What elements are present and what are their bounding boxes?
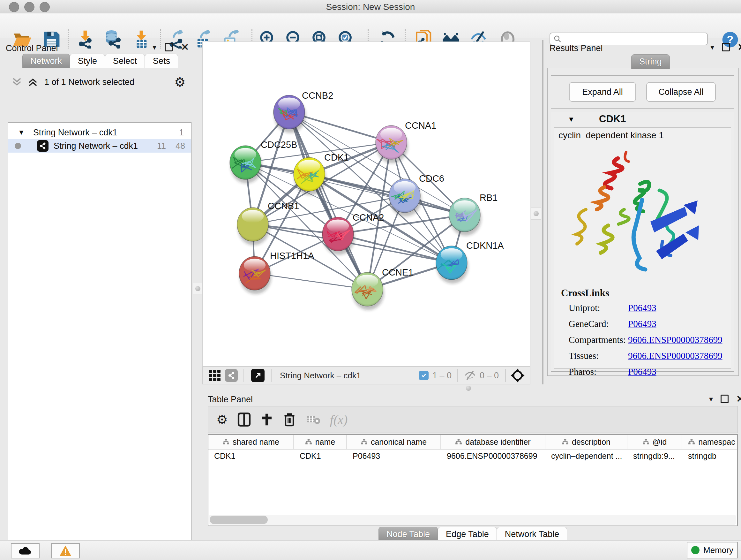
table-cell[interactable]: cyclin–dependent ...: [545, 449, 627, 462]
table-panel-maximize-icon[interactable]: [721, 395, 729, 403]
node-label-CCNA2: CCNA2: [353, 212, 384, 223]
grid-view-icon[interactable]: [209, 370, 220, 381]
column-header[interactable]: database identifier: [441, 435, 545, 449]
network-collection-row[interactable]: ▼ String Network – cdk1 1: [8, 126, 191, 139]
delete-column-icon[interactable]: [283, 412, 295, 427]
control-panel-tabs: NetworkStyleSelectSets: [22, 54, 178, 68]
node-table-body: CDK1CDK1P064939606.ENSP00000378699cyclin…: [208, 449, 737, 462]
expand-all-button[interactable]: Expand All: [569, 82, 636, 102]
column-header[interactable]: description: [545, 435, 627, 449]
crosslink-link[interactable]: 9606.ENSP00000378699: [628, 351, 723, 361]
network-node-CDK1[interactable]: [293, 158, 326, 195]
memory-status-dot-icon: [691, 546, 699, 554]
control-panel-maximize-icon[interactable]: [165, 43, 173, 51]
crosslink-link[interactable]: P06493: [628, 303, 657, 313]
collapse-all-button[interactable]: Collapse All: [646, 82, 716, 102]
tab-sets[interactable]: Sets: [145, 54, 178, 68]
network-node-CCNB1[interactable]: [237, 207, 269, 245]
left-splitter-handle[interactable]: [193, 283, 203, 294]
node-label-HIST1H1A: HIST1H1A: [270, 251, 314, 261]
column-header[interactable]: shared name: [208, 435, 294, 449]
control-panel-close-icon[interactable]: ✕: [181, 44, 189, 51]
add-column-icon[interactable]: [260, 413, 273, 427]
status-bar: Memory: [0, 540, 741, 560]
results-panel-float-icon[interactable]: ▾: [711, 44, 714, 51]
network-row[interactable]: String Network – cdk1 11 48: [8, 139, 191, 152]
crosslink-label: Tissues:: [569, 351, 628, 361]
crosslinks-title: CrossLinks: [561, 287, 609, 299]
table-cell[interactable]: P06493: [347, 449, 441, 462]
pan-crosshair-icon[interactable]: [510, 368, 525, 383]
results-panel-close-icon[interactable]: ✕: [738, 44, 741, 51]
node-table[interactable]: shared namenamecanonical namedatabase id…: [208, 434, 738, 526]
table-scrollbar-thumb[interactable]: [210, 516, 268, 524]
table-horizontal-scrollbar[interactable]: [209, 515, 736, 525]
delete-table-icon: [307, 414, 320, 425]
table-panel-title: Table Panel: [208, 395, 253, 405]
string-network-icon: [37, 140, 49, 152]
string-view-icon[interactable]: [225, 369, 238, 382]
tab-network[interactable]: Network: [22, 54, 70, 68]
tab-string[interactable]: String: [631, 54, 670, 69]
column-header[interactable]: canonical name: [347, 435, 441, 449]
crosslink-row: Pharos:P06493: [569, 367, 727, 377]
column-header[interactable]: namespac: [682, 435, 738, 449]
tab-network-table[interactable]: Network Table: [497, 527, 567, 542]
show-columns-icon[interactable]: [238, 412, 251, 427]
tab-style[interactable]: Style: [70, 54, 105, 68]
table-cell[interactable]: CDK1: [208, 449, 294, 462]
cytoscape-window: Session: New Session ? Control P: [0, 0, 741, 560]
table-cell[interactable]: CDK1: [294, 449, 347, 462]
network-canvas[interactable]: CCNB2CCNA1CDC25BCDK1CDC6RB1CCNB1CCNA2CDK…: [202, 42, 530, 367]
network-options-gear-icon[interactable]: ⚙: [174, 75, 186, 89]
network-node-CCNE1[interactable]: [352, 272, 384, 310]
network-node-RB1[interactable]: [449, 198, 481, 236]
network-node-CCNB2[interactable]: [273, 95, 306, 133]
table-panel-float-icon[interactable]: ▾: [709, 396, 713, 402]
crosslink-label: GeneCard:: [569, 319, 628, 329]
tab-node-table[interactable]: Node Table: [379, 527, 438, 542]
protein-collapse-icon[interactable]: ▼: [568, 115, 575, 124]
network-node-CDC25B[interactable]: [230, 145, 262, 183]
crosslink-label: Compartments:: [569, 334, 628, 345]
network-node-CCNA2[interactable]: [322, 217, 354, 255]
node-label-CCNE1: CCNE1: [382, 267, 413, 277]
column-type-icon: [455, 438, 462, 445]
node-label-CCNA1: CCNA1: [405, 120, 436, 131]
warning-button[interactable]: [51, 543, 80, 558]
crosslink-link[interactable]: 9606.ENSP00000378699: [628, 334, 723, 345]
crosslink-link[interactable]: P06493: [628, 319, 657, 329]
network-node-CDKN1A[interactable]: [436, 246, 468, 284]
table-cell[interactable]: 9606.ENSP00000378699: [441, 449, 545, 462]
results-panel: Results Panel ▾ ✕ String Expand All Coll…: [544, 38, 741, 391]
table-cell[interactable]: stringdb:9...: [627, 449, 682, 462]
column-header[interactable]: name: [294, 435, 347, 449]
table-row[interactable]: CDK1CDK1P064939606.ENSP00000378699cyclin…: [208, 449, 737, 462]
memory-button[interactable]: Memory: [687, 542, 738, 558]
tab-select[interactable]: Select: [105, 54, 145, 68]
selected-checkbox-icon[interactable]: [419, 371, 428, 380]
network-node-HIST1H1A[interactable]: [239, 256, 271, 294]
results-panel-maximize-icon[interactable]: [722, 43, 730, 51]
footer-separator: [505, 369, 506, 382]
column-header[interactable]: @id: [627, 435, 682, 449]
birds-eye-view-icon[interactable]: [251, 369, 265, 382]
warning-icon: [59, 545, 72, 557]
bottom-splitter-handle[interactable]: [466, 386, 471, 391]
crosslink-link[interactable]: P06493: [628, 367, 657, 377]
network-list: ▼ String Network – cdk1 1 String Network…: [8, 122, 192, 560]
right-splitter-handle[interactable]: [531, 207, 541, 220]
control-panel-float-icon[interactable]: ▾: [152, 44, 156, 51]
protein-structure-image: [567, 145, 717, 280]
table-toolbar: ⚙ f(x): [208, 406, 738, 433]
node-label-CDC25B: CDC25B: [261, 139, 297, 150]
collection-expand-icon[interactable]: ▼: [18, 128, 25, 137]
cloud-button[interactable]: [11, 543, 40, 558]
table-cell[interactable]: stringdb: [682, 449, 738, 462]
tab-edge-table[interactable]: Edge Table: [438, 527, 497, 542]
network-node-CDC6[interactable]: [389, 179, 421, 216]
results-splitter[interactable]: [542, 40, 543, 384]
table-settings-gear-icon[interactable]: ⚙: [216, 412, 228, 427]
table-panel-close-icon[interactable]: ✕: [736, 396, 741, 402]
network-node-CCNA1[interactable]: [376, 125, 408, 163]
